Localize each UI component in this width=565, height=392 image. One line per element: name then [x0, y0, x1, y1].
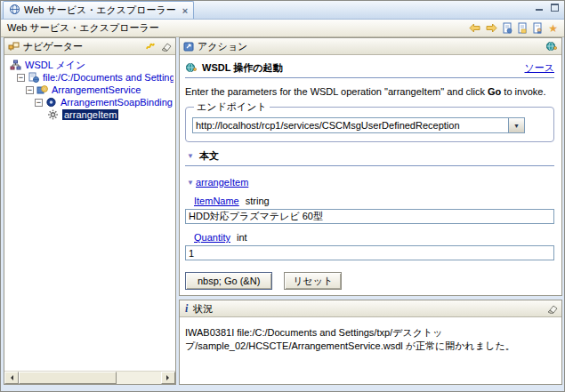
- tab-title: Web サービス・エクスプローラー: [24, 4, 176, 17]
- tree-item-service: ArrangementService: [6, 84, 174, 96]
- endpoint-select[interactable]: http://localhost/rcp1/services/CSCMsgUse…: [192, 117, 525, 133]
- actions-pane: アクション WSDL 操作の起動 ソース Enter the parameter…: [179, 37, 562, 296]
- actions-icon: [183, 42, 194, 52]
- editor-tab-bar: Web サービス・エクスプローラー ×: [1, 1, 564, 20]
- field-label-itemname: ItemNamestring: [194, 196, 554, 206]
- page-title: WSDL 操作の起動: [202, 61, 283, 75]
- operation-link[interactable]: arrangeItem: [196, 177, 248, 188]
- back-icon[interactable]: [469, 23, 480, 33]
- close-icon[interactable]: ×: [182, 5, 188, 16]
- status-header: i 状況: [180, 300, 561, 317]
- navigator-horizontal-scrollbar[interactable]: [4, 371, 175, 384]
- uddi-page-icon[interactable]: [503, 22, 513, 34]
- clear-icon[interactable]: [546, 304, 558, 314]
- window-controls: [534, 1, 564, 12]
- binding-icon: [45, 97, 58, 108]
- navigator-title: ナビゲーター: [23, 40, 83, 53]
- toggle-nodes-icon[interactable]: [145, 42, 156, 52]
- wsil-page-icon[interactable]: [518, 22, 528, 34]
- itemname-type: string: [246, 196, 270, 206]
- tree-item-wsdl-main: WSDL メイン: [6, 59, 174, 71]
- chevron-down-icon[interactable]: [508, 118, 524, 132]
- itemname-input[interactable]: [185, 209, 554, 224]
- body-section-title: 本文: [199, 149, 219, 163]
- web-services-explorer-icon[interactable]: [545, 41, 558, 52]
- navigator-pane: ナビゲーター WSDL メイン: [4, 37, 176, 385]
- explorer-toolbar: ★: [469, 22, 558, 34]
- tree-label-binding[interactable]: ArrangementSoapBinding: [61, 97, 173, 108]
- globe-icon: [9, 4, 20, 17]
- tree-item-operation: arrangeItem: [6, 108, 174, 121]
- clear-icon[interactable]: [160, 42, 172, 52]
- forward-icon[interactable]: [486, 23, 497, 33]
- status-message: IWAB0381I file:/C:/Documents and Setting…: [185, 327, 515, 351]
- tree-label-service[interactable]: ArrangementService: [52, 84, 141, 95]
- actions-title: アクション: [198, 40, 247, 53]
- favorites-icon[interactable]: ★: [548, 23, 558, 34]
- status-message-area: IWAB0381I file:/C:/Documents and Setting…: [180, 317, 561, 384]
- source-link[interactable]: ソース: [524, 61, 554, 75]
- navigator-icon: [8, 42, 20, 52]
- scroll-left-icon[interactable]: [4, 372, 19, 384]
- status-title: 状況: [193, 302, 213, 316]
- tree-label-wsdl-file[interactable]: file:/C:/Documents and Settings/txp/デスクト…: [43, 71, 174, 84]
- collapse-icon[interactable]: [17, 74, 25, 82]
- divider: [185, 165, 554, 166]
- quantity-link[interactable]: Quantity: [194, 232, 230, 243]
- scrollbar-thumb[interactable]: [19, 372, 117, 384]
- endpoints-group: エンドポイント http://localhost/rcp1/services/C…: [185, 100, 554, 142]
- wsdl-file-icon: [28, 72, 40, 83]
- tree-label-wsdl-main[interactable]: WSDL メイン: [25, 59, 85, 71]
- status-pane: i 状況 IWAB0381I file:/C:/Documents and Se…: [179, 300, 562, 385]
- collapse-icon[interactable]: [35, 99, 43, 107]
- endpoint-selected-value: http://localhost/rcp1/services/CSCMsgUse…: [193, 120, 508, 131]
- reset-button[interactable]: リセット: [284, 272, 342, 290]
- tree-item-binding: ArrangementSoapBinding: [6, 96, 174, 108]
- web-services-explorer-window: Web サービス・エクスプローラー × Web サービス・エクスプローラー: [0, 0, 565, 392]
- tree-label-operation[interactable]: arrangeItem: [62, 109, 118, 120]
- go-button[interactable]: nbsp; Go (&N): [185, 272, 272, 290]
- tab-web-services-explorer[interactable]: Web サービス・エクスプローラー ×: [3, 1, 194, 19]
- quantity-type: int: [237, 232, 247, 243]
- wsdl-page-icon[interactable]: [533, 22, 543, 34]
- collapse-triangle-icon[interactable]: [187, 179, 196, 187]
- scroll-right-icon[interactable]: [161, 372, 175, 384]
- field-label-quantity: Quantityint: [194, 232, 554, 243]
- endpoints-legend: エンドポイント: [194, 100, 270, 114]
- instruction-text: Enter the parameters for the WSDL operat…: [185, 86, 554, 97]
- actions-header: アクション: [180, 38, 561, 55]
- service-icon: [36, 84, 49, 95]
- invoke-operation-icon: [185, 62, 198, 75]
- actions-content: WSDL 操作の起動 ソース Enter the parameters for …: [180, 55, 561, 295]
- divider: [185, 77, 554, 78]
- wsdl-main-icon: [10, 60, 22, 70]
- navigator-tree: WSDL メイン file:/C:/Documents and Settings…: [4, 55, 175, 371]
- itemname-link[interactable]: ItemName: [194, 196, 239, 206]
- minimize-icon[interactable]: [534, 3, 545, 12]
- operation-gear-icon: [47, 109, 60, 120]
- collapse-triangle-icon[interactable]: [187, 152, 196, 160]
- navigator-header: ナビゲーター: [4, 38, 175, 55]
- maximize-icon[interactable]: [549, 3, 561, 12]
- info-icon: i: [183, 303, 190, 314]
- tree-item-wsdl-file: file:/C:/Documents and Settings/txp/デスクト…: [6, 71, 174, 84]
- collapse-icon[interactable]: [26, 86, 34, 94]
- explorer-banner: Web サービス・エクスプローラー ★: [1, 20, 564, 37]
- quantity-input[interactable]: [185, 245, 554, 260]
- banner-title: Web サービス・エクスプローラー: [7, 21, 159, 35]
